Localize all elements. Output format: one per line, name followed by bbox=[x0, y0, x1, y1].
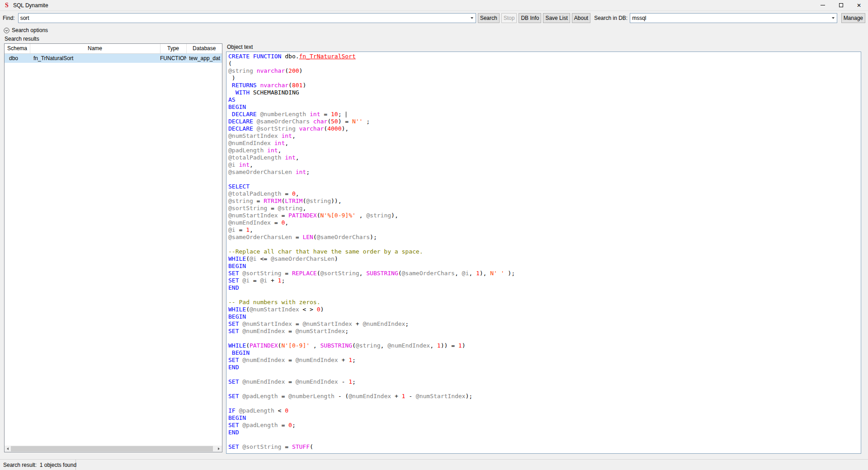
find-input[interactable]: sort bbox=[20, 15, 468, 21]
minimize-button[interactable] bbox=[814, 0, 832, 10]
status-bar: Search result: 1 objects found bbox=[0, 459, 868, 470]
close-button[interactable]: ✕ bbox=[850, 0, 868, 10]
about-button[interactable]: About bbox=[572, 13, 590, 23]
find-label: Find: bbox=[3, 15, 15, 21]
search-results-label: Search results bbox=[5, 36, 39, 42]
table-row[interactable]: dbofn_TrNaturalSortFUNCTIONtew_app_dat bbox=[5, 53, 222, 63]
scrollbar-track[interactable] bbox=[11, 446, 216, 452]
db-combobox[interactable]: mssql bbox=[630, 13, 837, 23]
object-text-label: Object text bbox=[227, 44, 253, 50]
titlebar: S SQL Dynamite ✕ bbox=[0, 0, 868, 11]
column-header-schema[interactable]: Schema bbox=[5, 44, 30, 53]
horizontal-scrollbar[interactable] bbox=[5, 446, 222, 452]
search-options-label: Search options bbox=[12, 27, 48, 33]
stop-button[interactable]: Stop bbox=[501, 13, 517, 23]
scrollbar-thumb[interactable] bbox=[11, 446, 213, 451]
maximize-button[interactable] bbox=[832, 0, 850, 10]
close-icon: ✕ bbox=[857, 3, 861, 8]
column-header-type[interactable]: Type bbox=[160, 44, 186, 53]
toolbar: Find: sort Search Stop DB Info Save List… bbox=[0, 11, 868, 25]
scroll-left-button[interactable] bbox=[5, 446, 11, 452]
scroll-right-button[interactable] bbox=[216, 446, 222, 452]
chevron-circle-icon bbox=[4, 28, 9, 33]
window-title: SQL Dynamite bbox=[13, 2, 48, 9]
search-options-row: Search options bbox=[0, 25, 868, 35]
save-list-button[interactable]: Save List bbox=[543, 13, 570, 23]
search-in-db-label: Search in DB: bbox=[594, 15, 627, 21]
column-header-name[interactable]: Name bbox=[30, 44, 160, 53]
chevron-down-icon[interactable] bbox=[830, 14, 837, 23]
object-text-area[interactable]: CREATE FUNCTION dbo.fn_TrNaturalSort(@st… bbox=[226, 52, 861, 454]
search-options-toggle[interactable]: Search options bbox=[4, 27, 48, 33]
window-controls: ✕ bbox=[814, 0, 868, 10]
minimize-icon bbox=[821, 5, 825, 5]
column-header-database[interactable]: Database bbox=[186, 44, 222, 53]
db-selected-value[interactable]: mssql bbox=[632, 15, 829, 21]
status-text: Search result: 1 objects found bbox=[0, 460, 76, 470]
find-combobox[interactable]: sort bbox=[18, 13, 476, 23]
results-panel: Schema Name Type Database dbofn_TrNatura… bbox=[4, 43, 222, 452]
arrow-right-icon bbox=[218, 447, 220, 450]
chevron-down-icon[interactable] bbox=[468, 14, 476, 23]
code-lines: CREATE FUNCTION dbo.fn_TrNaturalSort(@st… bbox=[228, 53, 861, 451]
table-header-row: Schema Name Type Database bbox=[5, 44, 222, 53]
results-tbody: dbofn_TrNaturalSortFUNCTIONtew_app_dat bbox=[5, 53, 222, 63]
search-button[interactable]: Search bbox=[478, 13, 500, 23]
maximize-icon bbox=[839, 3, 843, 7]
db-info-button[interactable]: DB Info bbox=[519, 13, 541, 23]
results-table: Schema Name Type Database dbofn_TrNatura… bbox=[5, 44, 222, 63]
arrow-left-icon bbox=[7, 447, 9, 450]
manage-button[interactable]: Manage bbox=[841, 13, 865, 23]
app-icon: S bbox=[3, 2, 10, 9]
